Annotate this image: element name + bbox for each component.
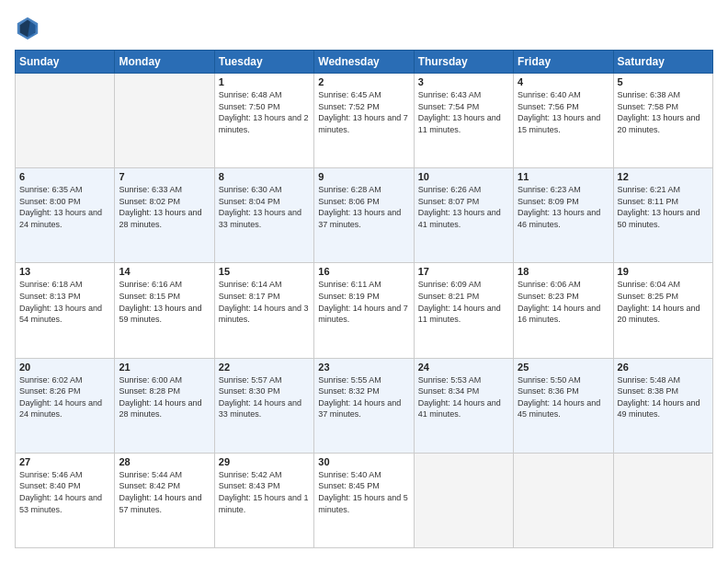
day-info: Sunrise: 6:26 AMSunset: 8:07 PMDaylight:…: [418, 184, 509, 230]
day-number: 26: [618, 362, 709, 373]
day-info: Sunrise: 6:28 AMSunset: 8:06 PMDaylight:…: [318, 184, 409, 230]
day-info: Sunrise: 6:00 AMSunset: 8:28 PMDaylight:…: [119, 374, 210, 420]
logo-icon: [15, 15, 40, 40]
day-cell: 21Sunrise: 6:00 AMSunset: 8:28 PMDayligh…: [115, 358, 214, 453]
week-row-1: 1Sunrise: 6:48 AMSunset: 7:50 PMDaylight…: [16, 74, 713, 168]
day-info: Sunrise: 5:53 AMSunset: 8:34 PMDaylight:…: [418, 374, 509, 420]
day-info: Sunrise: 5:42 AMSunset: 8:43 PMDaylight:…: [219, 469, 310, 515]
day-cell: 26Sunrise: 5:48 AMSunset: 8:38 PMDayligh…: [613, 358, 712, 453]
day-number: 16: [318, 266, 409, 277]
day-cell: [613, 453, 712, 547]
day-info: Sunrise: 6:33 AMSunset: 8:02 PMDaylight:…: [119, 184, 210, 230]
day-cell: 25Sunrise: 5:50 AMSunset: 8:36 PMDayligh…: [514, 358, 613, 453]
day-cell: 24Sunrise: 5:53 AMSunset: 8:34 PMDayligh…: [414, 358, 513, 453]
weekday-wednesday: Wednesday: [314, 51, 414, 74]
day-info: Sunrise: 6:06 AMSunset: 8:23 PMDaylight:…: [518, 279, 609, 325]
day-info: Sunrise: 5:55 AMSunset: 8:32 PMDaylight:…: [318, 374, 409, 420]
day-cell: 14Sunrise: 6:16 AMSunset: 8:15 PMDayligh…: [115, 263, 214, 358]
day-cell: 17Sunrise: 6:09 AMSunset: 8:21 PMDayligh…: [414, 263, 513, 358]
day-number: 8: [219, 171, 310, 182]
weekday-friday: Friday: [514, 51, 613, 74]
day-cell: [414, 453, 513, 547]
day-number: 29: [219, 456, 310, 467]
day-info: Sunrise: 6:38 AMSunset: 7:58 PMDaylight:…: [618, 89, 709, 135]
week-row-2: 6Sunrise: 6:35 AMSunset: 8:00 PMDaylight…: [16, 168, 713, 263]
day-number: 13: [19, 266, 110, 277]
day-cell: 20Sunrise: 6:02 AMSunset: 8:26 PMDayligh…: [16, 358, 115, 453]
weekday-thursday: Thursday: [414, 51, 513, 74]
day-info: Sunrise: 5:46 AMSunset: 8:40 PMDaylight:…: [19, 469, 110, 515]
day-info: Sunrise: 6:09 AMSunset: 8:21 PMDaylight:…: [418, 279, 509, 325]
day-cell: 4Sunrise: 6:40 AMSunset: 7:56 PMDaylight…: [514, 74, 613, 168]
day-number: 5: [618, 76, 709, 87]
day-info: Sunrise: 6:14 AMSunset: 8:17 PMDaylight:…: [219, 279, 310, 325]
day-cell: 13Sunrise: 6:18 AMSunset: 8:13 PMDayligh…: [16, 263, 115, 358]
day-number: 14: [119, 266, 210, 277]
day-cell: 10Sunrise: 6:26 AMSunset: 8:07 PMDayligh…: [414, 168, 513, 263]
day-cell: [115, 74, 214, 168]
day-number: 23: [318, 362, 409, 373]
day-number: 30: [318, 456, 409, 467]
day-cell: 11Sunrise: 6:23 AMSunset: 8:09 PMDayligh…: [514, 168, 613, 263]
day-number: 12: [618, 171, 709, 182]
logo: [15, 15, 44, 40]
header: [15, 15, 713, 40]
day-cell: 29Sunrise: 5:42 AMSunset: 8:43 PMDayligh…: [214, 453, 313, 547]
day-cell: 23Sunrise: 5:55 AMSunset: 8:32 PMDayligh…: [314, 358, 414, 453]
day-number: 22: [219, 362, 310, 373]
day-number: 15: [219, 266, 310, 277]
day-number: 19: [618, 266, 709, 277]
day-info: Sunrise: 6:35 AMSunset: 8:00 PMDaylight:…: [19, 184, 110, 230]
weekday-saturday: Saturday: [613, 51, 712, 74]
day-cell: 19Sunrise: 6:04 AMSunset: 8:25 PMDayligh…: [613, 263, 712, 358]
day-cell: 27Sunrise: 5:46 AMSunset: 8:40 PMDayligh…: [16, 453, 115, 547]
day-info: Sunrise: 5:40 AMSunset: 8:45 PMDaylight:…: [318, 469, 409, 515]
day-number: 6: [19, 171, 110, 182]
day-number: 24: [418, 362, 509, 373]
day-number: 18: [518, 266, 609, 277]
day-number: 21: [119, 362, 210, 373]
day-info: Sunrise: 6:11 AMSunset: 8:19 PMDaylight:…: [318, 279, 409, 325]
calendar-table: SundayMondayTuesdayWednesdayThursdayFrid…: [15, 50, 713, 548]
day-info: Sunrise: 5:50 AMSunset: 8:36 PMDaylight:…: [518, 374, 609, 420]
day-cell: 16Sunrise: 6:11 AMSunset: 8:19 PMDayligh…: [314, 263, 414, 358]
day-cell: 9Sunrise: 6:28 AMSunset: 8:06 PMDaylight…: [314, 168, 414, 263]
day-cell: 2Sunrise: 6:45 AMSunset: 7:52 PMDaylight…: [314, 74, 414, 168]
day-number: 17: [418, 266, 509, 277]
day-info: Sunrise: 6:21 AMSunset: 8:11 PMDaylight:…: [618, 184, 709, 230]
day-info: Sunrise: 6:18 AMSunset: 8:13 PMDaylight:…: [19, 279, 110, 325]
day-cell: 22Sunrise: 5:57 AMSunset: 8:30 PMDayligh…: [214, 358, 313, 453]
day-number: 9: [318, 171, 409, 182]
week-row-3: 13Sunrise: 6:18 AMSunset: 8:13 PMDayligh…: [16, 263, 713, 358]
day-cell: 28Sunrise: 5:44 AMSunset: 8:42 PMDayligh…: [115, 453, 214, 547]
day-info: Sunrise: 6:43 AMSunset: 7:54 PMDaylight:…: [418, 89, 509, 135]
day-info: Sunrise: 6:40 AMSunset: 7:56 PMDaylight:…: [518, 89, 609, 135]
day-number: 27: [19, 456, 110, 467]
day-info: Sunrise: 6:23 AMSunset: 8:09 PMDaylight:…: [518, 184, 609, 230]
weekday-tuesday: Tuesday: [214, 51, 313, 74]
day-cell: [16, 74, 115, 168]
day-cell: 8Sunrise: 6:30 AMSunset: 8:04 PMDaylight…: [214, 168, 313, 263]
day-info: Sunrise: 6:48 AMSunset: 7:50 PMDaylight:…: [219, 89, 310, 135]
day-cell: 15Sunrise: 6:14 AMSunset: 8:17 PMDayligh…: [214, 263, 313, 358]
day-cell: [514, 453, 613, 547]
weekday-header-row: SundayMondayTuesdayWednesdayThursdayFrid…: [16, 51, 713, 74]
day-info: Sunrise: 6:02 AMSunset: 8:26 PMDaylight:…: [19, 374, 110, 420]
day-cell: 6Sunrise: 6:35 AMSunset: 8:00 PMDaylight…: [16, 168, 115, 263]
day-number: 1: [219, 76, 310, 87]
weekday-sunday: Sunday: [16, 51, 115, 74]
day-info: Sunrise: 6:04 AMSunset: 8:25 PMDaylight:…: [618, 279, 709, 325]
page: SundayMondayTuesdayWednesdayThursdayFrid…: [0, 0, 728, 563]
day-number: 28: [119, 456, 210, 467]
day-info: Sunrise: 6:45 AMSunset: 7:52 PMDaylight:…: [318, 89, 409, 135]
day-number: 25: [518, 362, 609, 373]
day-number: 11: [518, 171, 609, 182]
weekday-monday: Monday: [115, 51, 214, 74]
day-number: 20: [19, 362, 110, 373]
day-info: Sunrise: 6:30 AMSunset: 8:04 PMDaylight:…: [219, 184, 310, 230]
day-number: 7: [119, 171, 210, 182]
day-number: 3: [418, 76, 509, 87]
day-cell: 18Sunrise: 6:06 AMSunset: 8:23 PMDayligh…: [514, 263, 613, 358]
day-cell: 12Sunrise: 6:21 AMSunset: 8:11 PMDayligh…: [613, 168, 712, 263]
day-cell: 5Sunrise: 6:38 AMSunset: 7:58 PMDaylight…: [613, 74, 712, 168]
